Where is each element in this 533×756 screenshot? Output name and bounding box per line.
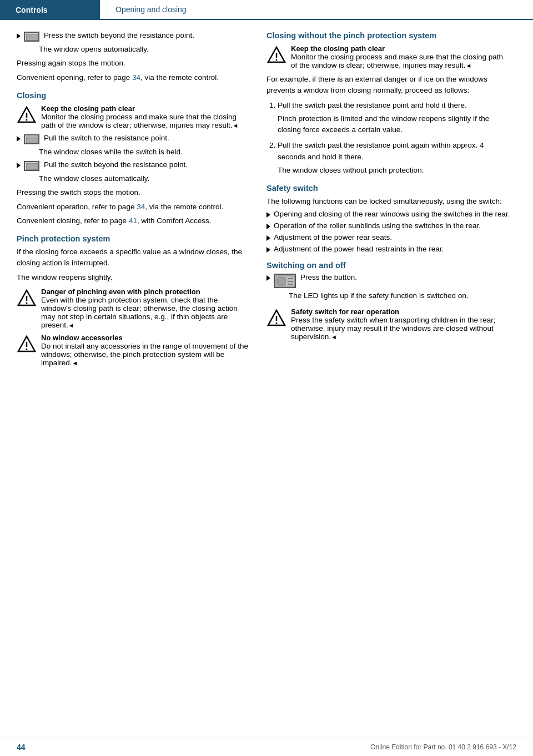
conv-opening-link[interactable]: 34 bbox=[132, 73, 140, 82]
pull-sub-1: The window closes while the switch is he… bbox=[39, 147, 250, 158]
safety-arrow-4 bbox=[266, 247, 270, 253]
pull-bullet-2: Pull the switch beyond the resistance po… bbox=[17, 160, 250, 171]
pull-bullet-1: Pull the switch to the resistance point. bbox=[17, 134, 250, 144]
warning-box-4: Keep the closing path clear Monitor the … bbox=[266, 44, 511, 69]
press-stops: Pressing the switch stops the motion. bbox=[17, 187, 250, 198]
bullet-arrow-2 bbox=[17, 136, 21, 142]
warning-box-3: No window accessories Do not install any… bbox=[17, 334, 250, 367]
conv-opening-suffix: , via the remote control. bbox=[140, 73, 219, 82]
danger-intro-text: For example, if there is an external dan… bbox=[266, 75, 487, 94]
conv-close-link[interactable]: 41 bbox=[129, 216, 137, 225]
safety-bullet-3: Adjustment of the power rear seats. bbox=[266, 233, 511, 241]
warning-4-body: Monitor the closing process and make sur… bbox=[291, 53, 511, 69]
right-column: Closing without the pinch protection sys… bbox=[266, 31, 511, 371]
warning-2-text: Danger of pinching even with pinch prote… bbox=[41, 288, 250, 329]
pinch-p2-text: The window reopens slightly. bbox=[17, 273, 112, 281]
warning-icon-1 bbox=[17, 105, 37, 125]
safety-switch-icon bbox=[274, 274, 296, 288]
step-1: Pull the switch past the resistance poin… bbox=[278, 100, 511, 136]
safety-bullet-1-text: Opening and closing of the rear windows … bbox=[274, 210, 510, 218]
steps-list: Pull the switch past the resistance poin… bbox=[266, 100, 511, 177]
safety-arrow-2 bbox=[266, 224, 270, 229]
safety-p1: The following functions can be locked si… bbox=[266, 196, 511, 207]
svg-point-5 bbox=[26, 302, 28, 304]
pinch-p1-text: If the closing force exceeds a specific … bbox=[17, 248, 242, 267]
safety-bullet-4: Adjustment of the power head restraints … bbox=[266, 245, 511, 253]
warning-3-text: No window accessories Do not install any… bbox=[41, 334, 250, 367]
safety-bullet-4-text: Adjustment of the power head restraints … bbox=[274, 245, 444, 253]
safety-p1-text: The following functions can be locked si… bbox=[266, 197, 502, 205]
safety-arrow-1 bbox=[266, 212, 270, 218]
safety-bullet-3-text: Adjustment of the power rear seats. bbox=[274, 233, 392, 241]
step-1-main: Pull the switch past the resistance poin… bbox=[278, 101, 467, 109]
warning-icon-2 bbox=[17, 289, 37, 309]
footer: 44 Online Edition for Part no. 01 40 2 9… bbox=[0, 738, 533, 756]
warning-1-body-text: Monitor the closing process and make sur… bbox=[41, 113, 237, 129]
switching-arrow bbox=[266, 275, 270, 281]
switch-icon-3 bbox=[24, 161, 39, 171]
conv-op-link[interactable]: 34 bbox=[137, 203, 145, 211]
conv-close-suffix: , with Comfort Access. bbox=[137, 216, 212, 225]
controls-label: Controls bbox=[16, 6, 48, 14]
warning-2-title: Danger of pinching even with pinch prote… bbox=[41, 288, 250, 296]
step-1-sub: Pinch protection is limited and the wind… bbox=[278, 113, 511, 136]
step-2-main: Pull the switch past the resistance poin… bbox=[278, 141, 484, 160]
conv-op-prefix: Convenient operation, refer to page bbox=[17, 203, 137, 211]
bullet-arrow-1 bbox=[17, 33, 21, 39]
step-2: Pull the switch past the resistance poin… bbox=[278, 140, 511, 176]
step-2-sub-text: The window closes without pinch protecti… bbox=[278, 166, 424, 174]
warning-3-title: No window accessories bbox=[41, 334, 250, 342]
safety-switch-heading: Safety switch bbox=[266, 184, 511, 193]
warning-3-body: Do not install any accessories in the ra… bbox=[41, 342, 250, 367]
conv-opening-prefix: Convenient opening, refer to page bbox=[17, 73, 132, 82]
pinch-heading: Pinch protection system bbox=[17, 234, 250, 243]
pinch-heading-text: Pinch protection system bbox=[17, 234, 110, 243]
safety-arrow-3 bbox=[266, 235, 270, 241]
pull-sub-2: The window closes automatically. bbox=[39, 173, 250, 184]
switching-sub-text: The LED lights up if the safety function… bbox=[289, 291, 468, 300]
pressing-stops-text: Pressing again stops the motion. bbox=[17, 59, 125, 67]
warning-5-body: Press the safety switch when transportin… bbox=[291, 316, 511, 341]
warning-4-title: Keep the closing path clear bbox=[291, 44, 511, 53]
header-opening-closing-tab: Opening and closing bbox=[100, 0, 533, 20]
warning-icon-5 bbox=[266, 309, 286, 329]
opening-closing-label: Opening and closing bbox=[115, 5, 187, 14]
header: Controls Opening and closing bbox=[0, 0, 533, 20]
pull-bullet-1-text: Pull the switch to the resistance point. bbox=[44, 134, 169, 142]
warning-5-body-text: Press the safety switch when transportin… bbox=[291, 316, 495, 341]
svg-point-2 bbox=[26, 119, 28, 120]
step-2-sub: The window closes without pinch protecti… bbox=[278, 165, 511, 176]
bullet-arrow-3 bbox=[17, 163, 21, 168]
left-column: Press the switch beyond the resistance p… bbox=[17, 31, 250, 371]
pinch-p2: The window reopens slightly. bbox=[17, 272, 250, 283]
end-mark: ◄ bbox=[232, 122, 238, 129]
open-bullet-1: Press the switch beyond the resistance p… bbox=[17, 31, 250, 42]
conv-op: Convenient operation, refer to page 34, … bbox=[17, 201, 250, 213]
warning-box-2: Danger of pinching even with pinch prote… bbox=[17, 288, 250, 329]
closing-heading-text: Closing bbox=[17, 91, 46, 100]
safety-bullet-1: Opening and closing of the rear windows … bbox=[266, 210, 511, 218]
header-controls-tab: Controls bbox=[0, 0, 100, 20]
safety-bullet-2-text: Operation of the roller sunblinds using … bbox=[274, 221, 481, 230]
page-number: 44 bbox=[17, 743, 26, 752]
safety-bullet-2: Operation of the roller sunblinds using … bbox=[266, 221, 511, 230]
step-1-sub-text: Pinch protection is limited and the wind… bbox=[278, 114, 489, 134]
switching-bullet-text: Press the button. bbox=[300, 273, 357, 281]
open-bullet-1-text: Press the switch beyond the resistance p… bbox=[44, 31, 194, 39]
closing-no-pinch-heading: Closing without the pinch protection sys… bbox=[266, 31, 511, 40]
danger-intro: For example, if there is an external dan… bbox=[266, 74, 511, 97]
warning-box-1: Keep the closing path clear Monitor the … bbox=[17, 104, 250, 129]
pull-sub-2-text: The window closes automatically. bbox=[39, 174, 149, 183]
closing-heading: Closing bbox=[17, 91, 250, 100]
open-sub-1: The window opens automatically. bbox=[39, 44, 250, 55]
svg-point-11 bbox=[276, 59, 278, 61]
svg-point-19 bbox=[276, 322, 278, 324]
conv-close-prefix: Convenient closing, refer to page bbox=[17, 216, 129, 225]
conv-op-suffix: , via the remote control. bbox=[145, 203, 223, 211]
pull-sub-1-text: The window closes while the switch is he… bbox=[39, 148, 183, 156]
warning-1-body: Monitor the closing process and make sur… bbox=[41, 113, 250, 129]
end-mark-5: ◄ bbox=[331, 334, 337, 340]
conv-close: Convenient closing, refer to page 41, wi… bbox=[17, 215, 250, 226]
footer-copyright: Online Edition for Part no. 01 40 2 916 … bbox=[370, 743, 516, 751]
warning-1-text: Keep the closing path clear Monitor the … bbox=[41, 104, 250, 129]
